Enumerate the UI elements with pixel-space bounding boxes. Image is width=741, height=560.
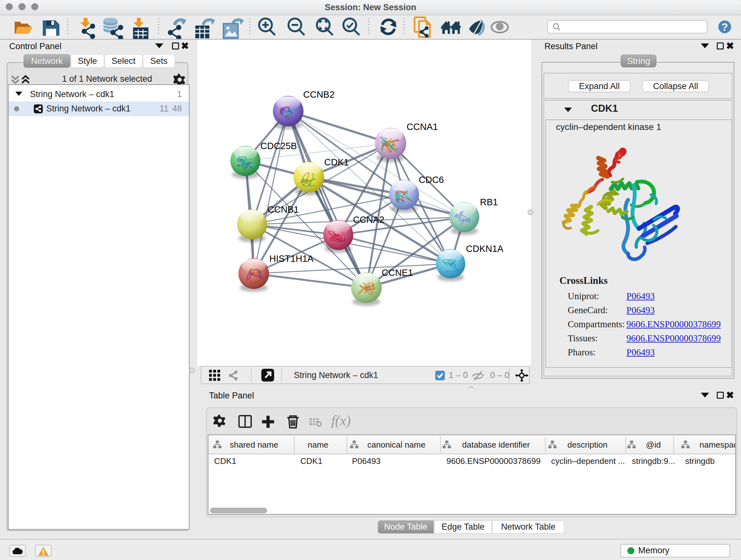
svg-text:CCNE1: CCNE1 bbox=[382, 267, 413, 278]
svg-text:CDC6: CDC6 bbox=[419, 175, 444, 185]
svg-text:CDC25B: CDC25B bbox=[260, 141, 297, 151]
svg-text:CDK1: CDK1 bbox=[324, 157, 349, 167]
svg-text:CCNA2: CCNA2 bbox=[353, 214, 384, 225]
svg-text:HIST1H1A: HIST1H1A bbox=[269, 253, 314, 264]
svg-text:?: ? bbox=[722, 21, 728, 33]
svg-text:CCNB2: CCNB2 bbox=[303, 89, 334, 100]
svg-text:CCNB1: CCNB1 bbox=[267, 204, 299, 214]
svg-text:CDKN1A: CDKN1A bbox=[466, 244, 503, 254]
svg-text:RB1: RB1 bbox=[480, 197, 498, 207]
svg-text:CCNA1: CCNA1 bbox=[407, 122, 438, 132]
